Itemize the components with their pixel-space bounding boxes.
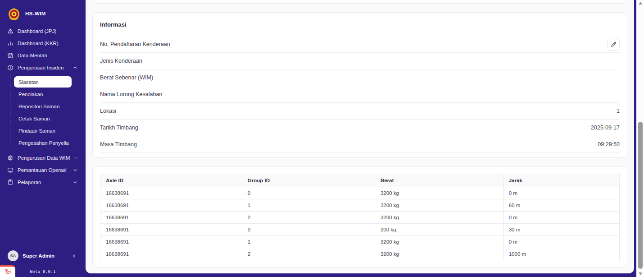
app-title: HS-WIM xyxy=(25,11,46,16)
sidebar-item-pengurusan-insiden[interactable]: Pengurusan Insiden xyxy=(0,61,86,74)
scrollbar-thumb[interactable] xyxy=(638,122,643,269)
sidebar-item-siasatan[interactable]: Siasatan xyxy=(0,76,86,88)
field-label: No. Pendaftaran Kenderaan xyxy=(100,41,170,47)
cell-berat: 3200 kg xyxy=(375,199,503,212)
column-header-jarak: Jarak xyxy=(503,174,619,187)
cell-axle-id: 16638691 xyxy=(100,212,242,224)
sidebar-item-dashboard-jpj[interactable]: Dashboard (JPJ) xyxy=(0,25,86,37)
cell-berat: 3200 kg xyxy=(375,187,503,199)
card-title: Informasi xyxy=(100,13,620,36)
pencil-icon xyxy=(611,42,617,47)
informasi-card: Informasi No. Pendaftaran Kenderaan Jeni… xyxy=(92,12,627,158)
table-row: 16638691 0 3200 kg 0 m xyxy=(100,187,620,199)
field-label: Masa Timbang xyxy=(100,141,137,148)
sidebar-item-pelaporan[interactable]: Pelaporan xyxy=(0,176,86,188)
sidebar-item-label: Dashboard (JPJ) xyxy=(18,28,56,34)
cell-berat: 3200 kg xyxy=(375,212,503,224)
sidebar: HS-WIM Dashboard (JPJ) Dashboard (KKR) D… xyxy=(0,0,86,277)
cell-jarak: 1000 m xyxy=(503,248,619,260)
field-label: Lokasi xyxy=(100,108,116,114)
triangle-up-icon xyxy=(639,2,642,5)
clipboard-icon xyxy=(7,179,14,185)
field-value: 1 xyxy=(617,108,620,114)
chevron-down-icon xyxy=(74,156,77,160)
field-label: Berat Sebenar (WIM) xyxy=(100,74,153,81)
axle-table: Axle ID Group ID Berat Jarak 16638691 0 … xyxy=(100,174,620,260)
vertical-scrollbar[interactable] xyxy=(636,0,644,277)
table-row: 16638691 0 200 kg 30 m xyxy=(100,224,620,236)
field-label: Tarikh Timbang xyxy=(100,125,138,131)
sidebar-item-penolakan[interactable]: Penolakan xyxy=(0,88,86,100)
edit-button[interactable] xyxy=(607,38,620,51)
card-above-cutoff xyxy=(92,0,627,4)
sidebar-item-label: Cetak Saman xyxy=(18,116,50,121)
field-label: Nama Lorong Kesalahan xyxy=(100,91,162,97)
user-name: Super Admin xyxy=(23,253,54,259)
jpj-crest-logo-icon xyxy=(7,7,21,20)
calendar-icon xyxy=(7,52,14,59)
sidebar-item-label: Repositori Saman xyxy=(18,104,59,109)
monitor-icon xyxy=(7,167,14,173)
sidebar-item-label: Pemantauan Operasi xyxy=(18,167,67,173)
chevron-up-icon xyxy=(73,65,77,70)
cell-jarak: 0 m xyxy=(503,236,619,248)
sidebar-item-label: Pengurusan Insiden xyxy=(18,65,63,70)
app-logo-row: HS-WIM xyxy=(0,0,86,25)
sidebar-item-dashboard-kkr[interactable]: Dashboard (KKR) xyxy=(0,37,86,49)
table-header-row: Axle ID Group ID Berat Jarak xyxy=(100,174,620,187)
cell-group-id: 2 xyxy=(242,212,375,224)
sidebar-item-data-mentah[interactable]: Data Mentah xyxy=(0,49,86,61)
sidebar-item-cetak-saman[interactable]: Cetak Saman xyxy=(0,112,86,125)
main-content-panel: Informasi No. Pendaftaran Kenderaan Jeni… xyxy=(86,0,634,273)
cell-axle-id: 16638691 xyxy=(100,248,242,260)
sidebar-item-repositori-saman[interactable]: Repositori Saman xyxy=(0,100,86,112)
sidebar-item-label: Pindaan Saman xyxy=(18,128,55,134)
sidebar-item-pemantauan-operasi[interactable]: Pemantauan Operasi xyxy=(0,164,86,176)
field-row-jenis-kenderaan: Jenis Kenderaan xyxy=(100,53,620,69)
column-header-berat: Berat xyxy=(375,174,503,187)
sidebar-item-pengurusan-data-wim[interactable]: Pengurusan Data WIM xyxy=(0,152,86,164)
cell-jarak: 0 m xyxy=(503,187,619,199)
sidebar-item-pengesahan-penyelia[interactable]: Pengesahan Penyelia xyxy=(0,137,86,149)
cell-berat: 3200 kg xyxy=(375,248,503,260)
bar-chart-icon xyxy=(7,40,14,46)
cell-group-id: 0 xyxy=(242,224,375,236)
cell-jarak: 60 m xyxy=(503,199,619,212)
cell-berat: 200 kg xyxy=(375,224,503,236)
triangle-down-icon xyxy=(639,272,642,275)
submenu-pengurusan-insiden: Siasatan Penolakan Repositori Saman Ceta… xyxy=(0,74,86,152)
scrollbar-up-arrow[interactable] xyxy=(636,0,644,6)
field-row-tarikh-timbang: Tarikh Timbang 2025-09-17 xyxy=(100,120,620,136)
cell-jarak: 0 m xyxy=(503,212,619,224)
sidebar-item-label: Data Mentah xyxy=(18,53,47,58)
field-value: 2025-09-17 xyxy=(591,125,620,131)
sidebar-item-label: Siasatan xyxy=(18,79,39,85)
table-row: 16638691 1 3200 kg 60 m xyxy=(100,199,620,212)
cell-axle-id: 16638691 xyxy=(100,199,242,212)
debugbar-toggle-button[interactable] xyxy=(0,265,15,277)
warning-triangle-icon xyxy=(7,28,14,34)
sidebar-item-label: Dashboard (KKR) xyxy=(18,41,59,46)
field-row-masa-timbang: Masa Timbang 09:29:50 xyxy=(100,136,620,153)
cell-jarak: 30 m xyxy=(503,224,619,236)
laravel-icon xyxy=(4,268,11,276)
table-row: 16638691 2 3200 kg 1000 m xyxy=(100,248,620,260)
cell-axle-id: 16638691 xyxy=(100,187,242,199)
user-menu[interactable]: SA Super Admin xyxy=(0,248,86,263)
cell-group-id: 0 xyxy=(242,187,375,199)
sidebar-item-pindaan-saman[interactable]: Pindaan Saman xyxy=(0,125,86,137)
chevron-down-icon xyxy=(73,168,77,172)
field-row-nama-lorong: Nama Lorong Kesalahan xyxy=(100,86,620,103)
sidebar-item-label: Pengurusan Data WIM xyxy=(18,155,70,161)
field-label: Jenis Kenderaan xyxy=(100,58,142,64)
table-row: 16638691 1 3200 kg 0 m xyxy=(100,236,620,248)
avatar: SA xyxy=(8,250,18,261)
field-row-lokasi: Lokasi 1 xyxy=(100,103,620,120)
cell-group-id: 2 xyxy=(242,248,375,260)
scrollbar-down-arrow[interactable] xyxy=(636,271,644,277)
axle-table-card: Axle ID Group ID Berat Jarak 16638691 0 … xyxy=(92,166,627,268)
cell-group-id: 1 xyxy=(242,199,375,212)
field-row-no-pendaftaran: No. Pendaftaran Kenderaan xyxy=(100,36,620,53)
sidebar-item-label: Penolakan xyxy=(18,92,43,97)
cell-group-id: 1 xyxy=(242,236,375,248)
